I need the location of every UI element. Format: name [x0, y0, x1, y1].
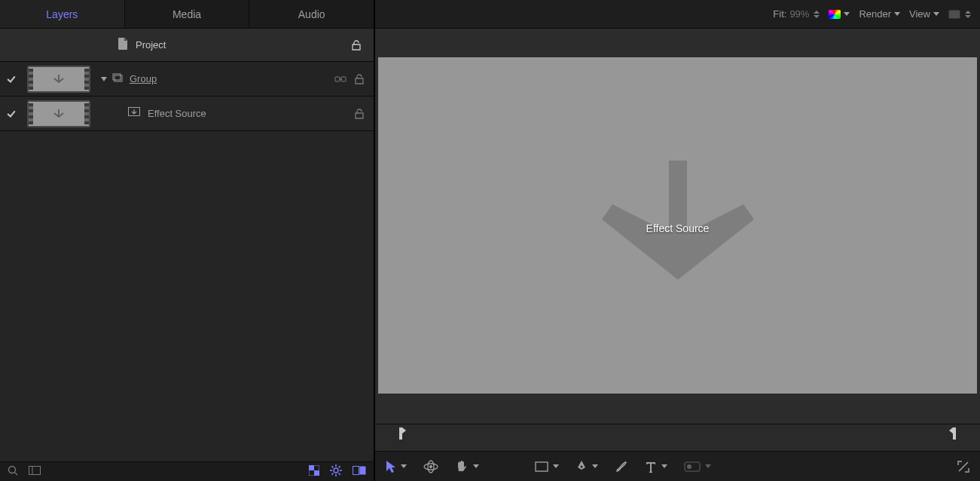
- canvas-toolbar: [375, 451, 980, 481]
- bg-color-menu[interactable]: [948, 10, 971, 19]
- color-channel-menu[interactable]: [829, 10, 850, 19]
- rect-tool[interactable]: [535, 461, 559, 472]
- mask-tool[interactable]: [684, 461, 711, 472]
- play-range-out-icon[interactable]: [948, 427, 957, 442]
- render-label: Render: [859, 8, 891, 20]
- svg-point-30: [687, 464, 691, 469]
- svg-point-26: [429, 465, 432, 468]
- lock-open-icon[interactable]: [354, 109, 365, 119]
- svg-line-7: [15, 473, 18, 476]
- mini-timeline[interactable]: [375, 424, 980, 451]
- svg-point-6: [9, 467, 16, 473]
- bg-swatch-icon: [948, 10, 960, 19]
- panels-icon[interactable]: [353, 466, 366, 477]
- document-icon: [118, 38, 128, 52]
- canvas-placeholder-label: Effect Source: [591, 222, 765, 234]
- stepper-icon[interactable]: [814, 11, 820, 18]
- gear-icon[interactable]: [330, 464, 342, 479]
- layer-row-group[interactable]: Group: [0, 62, 374, 97]
- group-stack-icon: [111, 72, 124, 85]
- tab-label: Layers: [46, 8, 78, 20]
- svg-rect-23: [360, 467, 366, 475]
- visibility-checkbox[interactable]: [0, 75, 23, 84]
- layers-footer: [0, 461, 374, 481]
- svg-rect-11: [314, 470, 319, 476]
- zoom-value: 99%: [789, 8, 809, 20]
- lock-open-icon[interactable]: [351, 40, 362, 51]
- group-label[interactable]: Group: [130, 73, 157, 84]
- chevron-down-icon: [592, 464, 598, 468]
- orbit-3d-tool[interactable]: [423, 460, 438, 473]
- disclosure-icon[interactable]: [101, 77, 107, 81]
- tab-audio[interactable]: Audio: [249, 0, 374, 28]
- svg-point-28: [581, 465, 583, 467]
- lock-open-icon[interactable]: [354, 74, 365, 84]
- visibility-checkbox[interactable]: [0, 109, 23, 118]
- svg-line-21: [331, 473, 333, 475]
- pen-tool[interactable]: [575, 460, 598, 473]
- svg-rect-8: [29, 467, 41, 475]
- svg-line-19: [339, 473, 340, 475]
- canvas-area: Effect Source: [375, 29, 980, 481]
- tab-label: Media: [172, 8, 201, 20]
- layer-thumbnail: [27, 66, 90, 93]
- svg-line-20: [339, 466, 340, 467]
- project-label: Project: [136, 39, 166, 51]
- svg-point-13: [334, 468, 338, 473]
- tab-layers[interactable]: Layers: [0, 0, 125, 28]
- layers-list[interactable]: Project Group: [0, 29, 374, 461]
- view-label: View: [909, 8, 930, 20]
- fit-label: Fit:: [773, 8, 786, 20]
- canvas[interactable]: Effect Source: [378, 57, 977, 394]
- viewer-toolbar: Fit: 99% Render View: [375, 0, 980, 29]
- chevron-down-icon: [844, 12, 850, 16]
- dropzone-icon: [128, 107, 140, 120]
- search-icon[interactable]: [8, 465, 18, 478]
- chevron-down-icon: [933, 12, 939, 16]
- play-range-in-icon[interactable]: [398, 427, 407, 442]
- chevron-down-icon: [661, 464, 667, 468]
- svg-rect-10: [309, 465, 314, 470]
- checker-icon[interactable]: [309, 465, 319, 478]
- effect-source-label[interactable]: Effect Source: [148, 108, 206, 119]
- layer-thumbnail: [27, 100, 90, 127]
- svg-line-18: [331, 466, 333, 467]
- render-menu[interactable]: Render: [859, 8, 900, 20]
- view-menu[interactable]: View: [909, 8, 939, 20]
- hand-tool[interactable]: [455, 460, 479, 473]
- project-row[interactable]: Project: [0, 29, 374, 62]
- fullscreen-button[interactable]: [957, 461, 969, 473]
- brush-tool[interactable]: [615, 460, 628, 473]
- tab-label: Audio: [298, 8, 325, 20]
- tab-media[interactable]: Media: [125, 0, 250, 28]
- panel-tabs: Layers Media Audio: [0, 0, 374, 29]
- chevron-down-icon: [705, 464, 711, 468]
- svg-rect-22: [353, 467, 359, 475]
- chevron-down-icon: [553, 464, 559, 468]
- chevron-down-icon: [894, 12, 900, 16]
- color-swatch-icon: [829, 10, 841, 19]
- text-tool[interactable]: [645, 461, 667, 473]
- chevron-down-icon: [401, 464, 407, 468]
- stepper-icon[interactable]: [965, 11, 971, 18]
- arrangement-icon[interactable]: [29, 466, 41, 477]
- select-tool[interactable]: [386, 460, 407, 473]
- layer-row-effect-source[interactable]: Effect Source: [0, 97, 374, 131]
- link-icon[interactable]: [334, 74, 347, 84]
- svg-rect-27: [536, 462, 548, 471]
- zoom-fit-control[interactable]: Fit: 99%: [773, 8, 820, 20]
- chevron-down-icon: [473, 464, 479, 468]
